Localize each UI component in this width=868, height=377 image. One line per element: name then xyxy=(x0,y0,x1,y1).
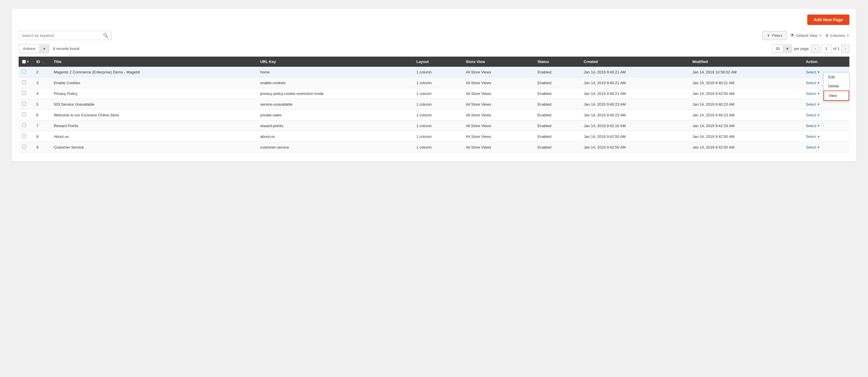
search-input[interactable] xyxy=(22,33,103,38)
row-action-select[interactable]: Select ▼ xyxy=(806,124,846,128)
row-url-key: privacy-policy-cookie-restriction-mode xyxy=(257,88,413,99)
row-store-view: All Store Views xyxy=(462,110,534,121)
row-checkbox[interactable] xyxy=(22,80,26,84)
row-url-key: reward-points xyxy=(257,121,413,131)
filters-button[interactable]: ▼ Filters xyxy=(762,31,787,40)
row-url-key: service-unavailable xyxy=(257,99,413,110)
table-row: 2 Magento 2 Commerce (Enterprise) Demo -… xyxy=(19,67,849,77)
table-row: 5 503 Service Unavailable service-unavai… xyxy=(19,99,849,110)
row-action-select[interactable]: Select ▼ xyxy=(806,145,846,149)
row-action-cell: Select ▼ xyxy=(802,110,849,121)
row-created: Jan 14, 2019 9:42:16 AM xyxy=(580,121,689,131)
row-checkbox[interactable] xyxy=(22,134,26,138)
row-checkbox-cell xyxy=(19,99,33,110)
row-checkbox-cell xyxy=(19,131,33,142)
row-action-select[interactable]: Select ▼ xyxy=(806,134,846,139)
th-store-view: Store View xyxy=(462,57,534,67)
th-url-key: URL Key xyxy=(257,57,413,67)
row-status: Enabled xyxy=(534,131,580,142)
eye-icon: 👁 xyxy=(790,33,795,38)
row-action-select[interactable]: Select ▼ xyxy=(806,102,846,106)
row-url-key: home xyxy=(257,67,413,77)
table-row: 7 Reward Points reward-points 1 column A… xyxy=(19,121,849,131)
row-created: Jan 14, 2019 9:40:23 AM xyxy=(580,110,689,121)
pages-table: ▼ ID ↓ Title URL Key Layout Store View S… xyxy=(19,57,849,153)
row-checkbox-cell xyxy=(19,110,33,121)
action-view[interactable]: View xyxy=(824,91,849,101)
table-row: 8 About us about-us 1 column All Store V… xyxy=(19,131,849,142)
row-checkbox-cell xyxy=(19,142,33,153)
row-checkbox[interactable] xyxy=(22,102,26,106)
row-id: 6 xyxy=(33,110,50,121)
select-all-caret-icon[interactable]: ▼ xyxy=(26,60,29,63)
default-view-button[interactable]: 👁 Default View ▼ xyxy=(790,33,822,38)
row-url-key: enable-cookies xyxy=(257,77,413,88)
row-store-view: All Store Views xyxy=(462,142,534,153)
row-action-cell: Select ▼ xyxy=(802,131,849,142)
per-page-select[interactable]: 20 ▼ xyxy=(772,44,792,53)
table-row: 3 Enable Cookies enable-cookies 1 column… xyxy=(19,77,849,88)
row-title: Welcome to our Exclusive Online Store xyxy=(50,110,257,121)
table-body: 2 Magento 2 Commerce (Enterprise) Demo -… xyxy=(19,67,849,153)
row-checkbox[interactable] xyxy=(22,123,26,127)
row-checkbox[interactable] xyxy=(22,91,26,95)
row-status: Enabled xyxy=(534,99,580,110)
current-page[interactable]: 1 xyxy=(821,45,831,53)
row-id: 5 xyxy=(33,99,50,110)
page-wrapper: Add New Page 🔍 ▼ Filters 👁 Default View … xyxy=(0,0,868,377)
row-created: Jan 14, 2019 9:40:21 AM xyxy=(580,88,689,99)
per-page-caret-icon[interactable]: ▼ xyxy=(783,45,791,52)
row-checkbox[interactable] xyxy=(22,70,26,73)
row-modified: Jan 14, 2019 9:42:50 AM xyxy=(689,131,802,142)
row-title: Magento 2 Commerce (Enterprise) Demo - M… xyxy=(50,67,257,77)
row-layout: 1 column xyxy=(413,121,462,131)
row-modified: Jan 14, 2019 9:40:21 AM xyxy=(689,77,802,88)
table-header-row: ▼ ID ↓ Title URL Key Layout Store View S… xyxy=(19,57,849,67)
row-checkbox[interactable] xyxy=(22,113,26,116)
actions-label: Actions xyxy=(19,44,39,53)
add-new-page-button[interactable]: Add New Page xyxy=(807,14,849,25)
row-store-view: All Store Views xyxy=(462,67,534,77)
select-caret-icon: ▼ xyxy=(817,135,820,138)
row-checkbox[interactable] xyxy=(22,145,26,148)
per-page-label: per page xyxy=(794,46,809,51)
row-layout: 1 column xyxy=(413,131,462,142)
prev-page-button[interactable]: ‹ xyxy=(811,45,819,53)
actions-caret-icon[interactable]: ▼ xyxy=(39,45,49,53)
next-page-button[interactable]: › xyxy=(841,45,849,53)
row-created: Jan 14, 2019 9:40:21 AM xyxy=(580,67,689,77)
row-store-view: All Store Views xyxy=(462,88,534,99)
action-delete[interactable]: Delete xyxy=(824,81,849,91)
columns-label: Columns xyxy=(830,33,845,38)
row-layout: 1 column xyxy=(413,77,462,88)
select-caret-icon: ▼ xyxy=(817,81,820,84)
row-layout: 1 column xyxy=(413,67,462,77)
row-action-select[interactable]: Select ▼ xyxy=(806,113,846,117)
view-label: Default View xyxy=(796,33,817,38)
th-modified: Modified xyxy=(689,57,802,67)
actions-dropdown[interactable]: Actions ▼ xyxy=(19,44,49,53)
select-caret-icon: ▼ xyxy=(817,146,820,149)
row-checkbox-cell xyxy=(19,67,33,77)
select-caret-icon: ▼ xyxy=(817,71,820,74)
row-modified: Jan 14, 2019 9:42:16 AM xyxy=(689,121,802,131)
th-action: Action xyxy=(802,57,849,67)
row-modified: Jan 14, 2019 10:58:02 AM xyxy=(689,67,802,77)
columns-caret-icon: ▼ xyxy=(846,34,849,37)
row-id: 4 xyxy=(33,88,50,99)
row-modified: Jan 14, 2019 9:42:50 AM xyxy=(689,88,802,99)
sort-icon[interactable]: ↓ xyxy=(42,60,44,64)
row-action-cell: Select ▼ xyxy=(802,142,849,153)
row-layout: 1 column xyxy=(413,110,462,121)
table-row: 4 Privacy Policy privacy-policy-cookie-r… xyxy=(19,88,849,99)
columns-button[interactable]: ⚙ Columns ▼ xyxy=(825,33,849,38)
row-title: Reward Points xyxy=(50,121,257,131)
search-icon[interactable]: 🔍 xyxy=(103,33,108,38)
row-status: Enabled xyxy=(534,88,580,99)
gear-icon: ⚙ xyxy=(825,33,829,38)
action-edit[interactable]: Edit xyxy=(824,73,849,81)
row-status: Enabled xyxy=(534,110,580,121)
select-all-checkbox[interactable] xyxy=(22,60,26,64)
row-created: Jan 14, 2019 9:40:21 AM xyxy=(580,77,689,88)
select-caret-icon: ▼ xyxy=(817,113,820,117)
